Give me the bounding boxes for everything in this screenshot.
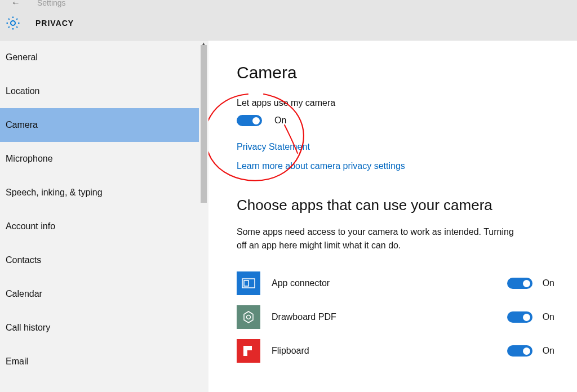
- sidebar-item-label: Email: [6, 357, 28, 367]
- sidebar-item-label: Call history: [6, 323, 50, 333]
- svg-rect-5: [243, 346, 247, 356]
- app-row: Flipboard On: [237, 334, 560, 368]
- app-connector-icon: [237, 271, 260, 295]
- app-toggle-value: On: [543, 346, 554, 356]
- sidebar-item-email[interactable]: Email: [0, 345, 208, 378]
- scroll-thumb[interactable]: [201, 45, 207, 203]
- page-header: PRIVACY: [0, 6, 577, 41]
- gear-icon: [5, 15, 21, 32]
- back-text: ←: [11, 0, 20, 8]
- sidebar-item-label: General: [6, 52, 38, 63]
- sidebar-item-general[interactable]: General: [0, 41, 208, 74]
- toggle-knob: [523, 314, 530, 321]
- app-row: Drawboard PDF On: [237, 300, 560, 334]
- flipboard-icon: [237, 339, 260, 363]
- sidebar-item-account[interactable]: Account info: [0, 210, 208, 243]
- sidebar-item-calendar[interactable]: Calendar: [0, 277, 208, 311]
- section-heading: PRIVACY: [35, 19, 74, 28]
- sidebar-item-location[interactable]: Location: [0, 74, 208, 108]
- sidebar-item-speech[interactable]: Speech, inking, & typing: [0, 176, 208, 210]
- app-name: Settings: [37, 0, 66, 7]
- privacy-statement-link[interactable]: Privacy Statement: [237, 142, 560, 152]
- app-toggle[interactable]: [507, 311, 532, 323]
- sidebar-item-label: Contacts: [6, 255, 41, 265]
- sidebar-scrollbar[interactable]: ▴: [199, 41, 208, 392]
- apps-section-description: Some apps need access to your camera to …: [237, 225, 518, 252]
- svg-marker-3: [244, 311, 253, 323]
- sidebar-item-callhistory[interactable]: Call history: [0, 311, 208, 345]
- sidebar-item-label: Calendar: [6, 289, 42, 299]
- sidebar-item-label: Camera: [6, 120, 38, 130]
- app-toggle[interactable]: [507, 278, 532, 289]
- svg-point-0: [11, 21, 15, 25]
- master-toggle-value: On: [274, 115, 286, 126]
- master-toggle[interactable]: [237, 115, 262, 126]
- svg-rect-2: [244, 280, 248, 286]
- title-bar: ← Settings: [0, 0, 577, 6]
- page-title: Camera: [237, 63, 560, 82]
- app-name-label: Drawboard PDF: [272, 312, 507, 322]
- sidebar-item-camera[interactable]: Camera: [0, 108, 208, 142]
- toggle-knob: [523, 280, 530, 287]
- svg-point-4: [247, 315, 251, 319]
- app-toggle-value: On: [543, 278, 554, 288]
- toggle-knob: [523, 348, 530, 355]
- app-toggle[interactable]: [507, 345, 532, 357]
- drawboard-icon: [237, 305, 260, 329]
- svg-rect-6: [247, 346, 252, 350]
- sidebar-item-microphone[interactable]: Microphone: [0, 142, 208, 176]
- app-name-label: Flipboard: [272, 346, 507, 356]
- learn-more-link[interactable]: Learn more about camera privacy settings: [237, 161, 560, 171]
- app-name-label: App connector: [272, 278, 507, 288]
- master-toggle-label: Let apps use my camera: [237, 98, 560, 108]
- sidebar-item-label: Speech, inking, & typing: [6, 188, 103, 198]
- app-toggle-value: On: [543, 312, 554, 322]
- app-row: App connector On: [237, 266, 560, 300]
- toggle-knob: [252, 117, 260, 124]
- sidebar: General Location Camera Microphone Speec…: [0, 41, 208, 392]
- content-pane: Camera Let apps use my camera On Privacy…: [208, 41, 577, 392]
- sidebar-item-label: Location: [6, 86, 40, 96]
- sidebar-item-contacts[interactable]: Contacts: [0, 243, 208, 277]
- apps-section-title: Choose apps that can use your camera: [237, 197, 560, 214]
- sidebar-item-label: Account info: [6, 221, 55, 231]
- sidebar-item-label: Microphone: [6, 154, 53, 164]
